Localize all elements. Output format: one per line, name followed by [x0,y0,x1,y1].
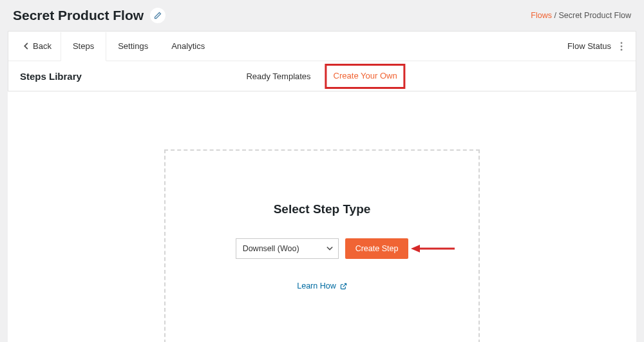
back-button[interactable]: Back [15,32,61,61]
nav-bar: Back Steps Settings Analytics Flow Statu… [8,32,636,61]
main-panel: Back Steps Settings Analytics Flow Statu… [8,31,636,91]
svg-marker-4 [411,245,420,252]
external-link-icon [340,283,347,290]
tab-settings[interactable]: Settings [106,32,160,61]
subtab-ready-templates[interactable]: Ready Templates [238,64,318,89]
step-type-select[interactable]: Downsell (Woo) [236,238,339,259]
create-step-card: Select Step Type Downsell (Woo) Create S… [164,149,480,342]
flow-status-label: Flow Status [567,41,611,51]
breadcrumb-link-flows[interactable]: Flows [531,11,552,20]
more-vertical-icon [620,42,623,51]
annotation-arrow [411,243,456,254]
breadcrumb-current: Secret Product Flow [558,11,631,20]
subtabs: Ready Templates Create Your Own [238,64,405,89]
back-label: Back [33,41,52,51]
learn-how-link[interactable]: Learn How [297,281,346,290]
create-step-button[interactable]: Create Step [345,238,409,259]
page-title: Secret Product Flow [13,8,144,23]
step-type-select-wrap: Downsell (Woo) [236,238,339,259]
chevron-left-icon [24,43,29,50]
tab-steps[interactable]: Steps [61,32,106,61]
content-area: Select Step Type Downsell (Woo) Create S… [8,91,636,342]
kebab-menu-button[interactable] [616,39,627,53]
edit-title-button[interactable] [150,8,166,23]
subtab-create-your-own[interactable]: Create Your Own [325,64,406,89]
svg-point-1 [621,45,623,47]
breadcrumb: Flows / Secret Product Flow [531,11,631,20]
learn-how-label: Learn How [297,281,336,290]
tab-analytics[interactable]: Analytics [160,32,216,61]
subheader: Steps Library Ready Templates Create You… [8,61,636,91]
svg-point-0 [621,42,623,44]
step-type-heading: Select Step Type [185,202,459,216]
flow-status: Flow Status [567,39,629,53]
page-header: Secret Product Flow Flows / Secret Produ… [0,0,644,31]
controls-row: Downsell (Woo) Create Step [185,238,459,259]
arrow-left-icon [411,243,456,254]
title-wrap: Secret Product Flow [13,8,166,23]
steps-library-title: Steps Library [20,71,82,82]
pencil-icon [154,12,162,19]
svg-point-2 [621,48,623,50]
